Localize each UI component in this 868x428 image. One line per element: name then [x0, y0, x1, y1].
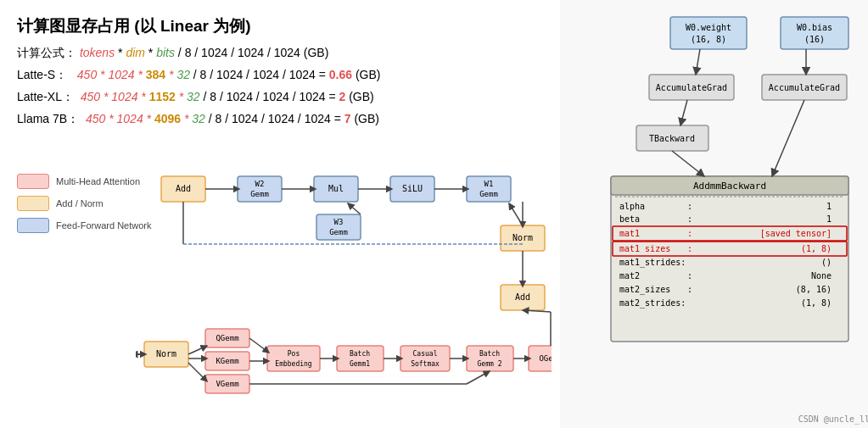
latte-xl-unit: (GB) [349, 90, 374, 103]
csdn-credit: CSDN @uncle_ll [798, 414, 868, 424]
svg-text::: : [687, 202, 692, 211]
bits-keyword: bits [156, 46, 175, 59]
legend-item-addnorm: Add / Norm [17, 196, 151, 211]
svg-text:QGemm: QGemm [216, 334, 238, 342]
right-panel: W0.weight (16, 8) W0.bias (16) Accumulat… [560, 0, 868, 428]
svg-line-108 [680, 100, 687, 125]
svg-text:Gemm: Gemm [479, 190, 498, 198]
latte-xl-mid: * [179, 90, 187, 103]
svg-text:mat2: mat2 [619, 271, 640, 281]
latte-s-dim: 384 [146, 68, 165, 81]
svg-text:mat1: mat1 [619, 229, 640, 238]
svg-line-110 [672, 151, 704, 176]
svg-rect-66 [670, 17, 747, 49]
latte-xl-bits: 32 [187, 90, 200, 103]
svg-text:AddmmBackward: AddmmBackward [693, 181, 766, 192]
svg-line-109 [772, 100, 804, 176]
tokens-keyword: tokens [80, 46, 115, 59]
latte-xl-divs: / 8 / 1024 / 1024 / 1024 = [204, 90, 339, 103]
llama-line: Llama 7B： 450 * 1024 * 4096 * 32 / 8 / 1… [17, 112, 543, 127]
svg-text:(16): (16) [804, 35, 825, 44]
formula-rest: / 8 / 1024 / 1024 / 1024 (GB) [178, 46, 328, 59]
svg-text::: : [687, 214, 692, 224]
svg-line-106 [696, 49, 700, 75]
formula-sep1: * [118, 46, 126, 59]
comp-graph: W0.weight (16, 8) W0.bias (16) Accumulat… [568, 8, 868, 424]
svg-text:Pos: Pos [288, 350, 300, 358]
svg-text:(8, 16): (8, 16) [796, 285, 832, 294]
svg-text:mat1_strides:: mat1_strides: [619, 258, 686, 268]
llama-tokens: 450 * 1024 * [86, 112, 154, 125]
legend: Multi-Head Attention Add / Norm Feed-For… [17, 174, 151, 233]
svg-line-52 [188, 363, 207, 381]
svg-text:beta: beta [619, 214, 640, 224]
svg-text:Batch: Batch [479, 350, 500, 358]
llama-mid: * [184, 112, 192, 125]
formula-sep2: * [148, 46, 156, 59]
latte-xl-line: Latte-XL： 450 * 1024 * 1152 * 32 / 8 / 1… [17, 90, 543, 105]
latte-xl-tokens: 450 * 1024 * [81, 90, 149, 103]
svg-text:W1: W1 [484, 180, 494, 188]
svg-text:Gemm: Gemm [329, 228, 348, 236]
legend-item-mha: Multi-Head Attention [17, 174, 151, 189]
legend-label-addnorm: Add / Norm [56, 198, 104, 208]
left-panel: 计算图显存占用 (以 Linear 为例) 计算公式： tokens * dim… [0, 0, 560, 428]
svg-text:Norm: Norm [156, 349, 176, 359]
formula-line: 计算公式： tokens * dim * bits / 8 / 1024 / 1… [17, 46, 543, 61]
svg-text:Softmax: Softmax [411, 360, 440, 368]
svg-text::: : [687, 271, 692, 281]
page-title: 计算图显存占用 (以 Linear 为例) [17, 15, 543, 37]
main-container: 计算图显存占用 (以 Linear 为例) 计算公式： tokens * dim… [0, 0, 868, 428]
svg-text:Embbeding: Embbeding [275, 360, 312, 368]
legend-color-mha [17, 174, 49, 189]
dim-keyword: dim [126, 46, 145, 59]
svg-text:(1, 8): (1, 8) [801, 244, 832, 253]
svg-text:TBackward: TBackward [649, 134, 695, 143]
svg-line-62 [523, 310, 551, 312]
latte-xl-result: 2 [339, 90, 346, 103]
svg-text:W0.weight: W0.weight [686, 23, 731, 32]
svg-text:AccumulateGrad: AccumulateGrad [656, 83, 727, 92]
latte-s-label: Latte-S： [17, 68, 74, 81]
svg-text:1: 1 [826, 214, 832, 224]
svg-text:alpha: alpha [619, 202, 645, 211]
latte-xl-dim: 1152 [149, 90, 176, 103]
latte-s-unit: (GB) [356, 68, 381, 81]
latte-xl-label: Latte-XL： [17, 90, 77, 103]
svg-line-45 [348, 203, 361, 214]
svg-text:Norm: Norm [512, 233, 533, 242]
svg-text:Batch: Batch [350, 350, 370, 358]
svg-text:AccumulateGrad: AccumulateGrad [769, 83, 840, 92]
svg-text:SiLU: SiLU [402, 184, 423, 193]
svg-line-60 [467, 371, 490, 384]
svg-text:Gemm 2: Gemm 2 [478, 360, 502, 368]
svg-text:W2: W2 [255, 180, 265, 188]
latte-s-line: Latte-S： 450 * 1024 * 384 * 32 / 8 / 102… [17, 68, 543, 83]
svg-text:Gemm: Gemm [250, 190, 269, 198]
svg-text:VGemm: VGemm [216, 380, 238, 388]
latte-s-mid: * [169, 68, 176, 81]
svg-text:1: 1 [826, 202, 832, 211]
svg-text:[saved tensor]: [saved tensor] [760, 229, 832, 238]
svg-text:(): () [821, 258, 832, 267]
svg-text::: : [687, 244, 692, 253]
svg-text:(1, 8): (1, 8) [801, 298, 832, 308]
svg-text:OGemm: OGemm [539, 354, 552, 363]
llama-dim: 4096 [154, 112, 181, 125]
svg-text:W0.bias: W0.bias [797, 23, 832, 32]
llama-result: 7 [344, 112, 351, 125]
svg-text:None: None [811, 271, 832, 281]
legend-item-ffn: Feed-Forward Network [17, 218, 151, 233]
svg-text:Add: Add [176, 184, 191, 193]
svg-line-53 [249, 338, 269, 353]
formula-label: 计算公式： [17, 46, 76, 59]
svg-text:KGemm: KGemm [216, 357, 238, 365]
svg-line-46 [509, 203, 523, 225]
svg-text::: : [687, 229, 692, 238]
llama-label: Llama 7B： [17, 112, 82, 125]
svg-text:Gemm1: Gemm1 [350, 360, 370, 368]
svg-rect-69 [781, 17, 848, 49]
svg-text:Casual: Casual [413, 350, 438, 358]
legend-color-ffn [17, 218, 49, 233]
svg-text:mat2_sizes: mat2_sizes [619, 285, 670, 295]
